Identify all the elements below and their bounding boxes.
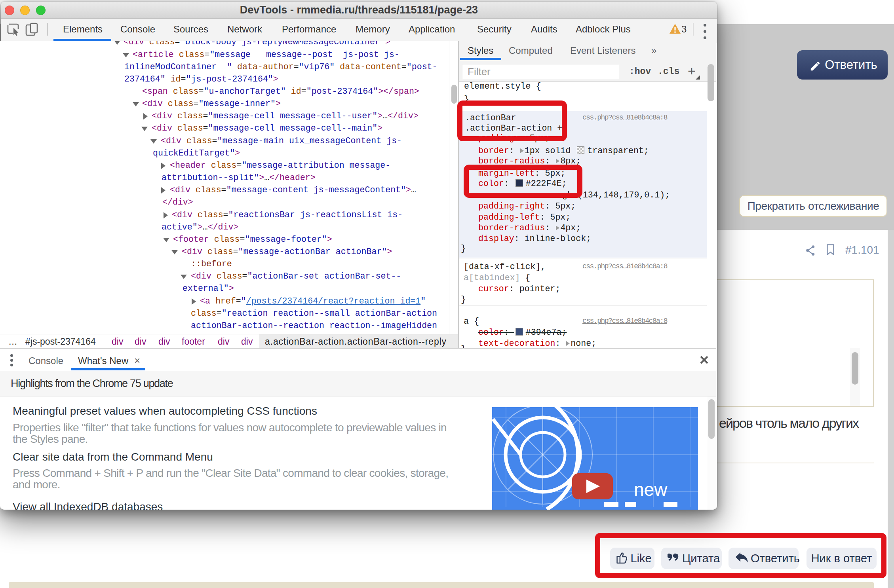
svg-text:new: new bbox=[634, 479, 668, 500]
